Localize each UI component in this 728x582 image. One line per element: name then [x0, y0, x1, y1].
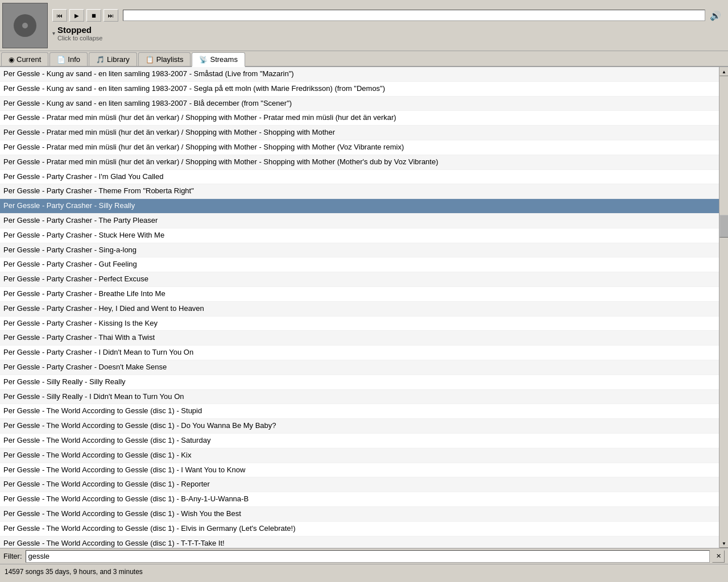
- song-row[interactable]: Per Gessle - Kung av sand - en liten sam…: [0, 97, 719, 111]
- song-row[interactable]: Per Gessle - The World According to Gess…: [0, 522, 719, 537]
- filter-label: Filter:: [3, 552, 22, 560]
- song-list[interactable]: Per Gessle - Kung av sand - en liten sam…: [0, 67, 719, 548]
- status-bar: 14597 songs 35 days, 9 hours, and 3 minu…: [0, 564, 728, 579]
- song-row[interactable]: Per Gessle - The World According to Gess…: [0, 404, 719, 419]
- volume-icon[interactable]: 🔊: [710, 10, 721, 21]
- status-sub: Click to collapse: [57, 35, 102, 41]
- stop-button[interactable]: ⏹: [86, 9, 101, 22]
- status-bar-text: 14597 songs 35 days, 9 hours, and 3 minu…: [5, 568, 143, 576]
- tab-streams[interactable]: 📡 Streams: [192, 52, 245, 67]
- song-row[interactable]: Per Gessle - The World According to Gess…: [0, 477, 719, 492]
- tab-library[interactable]: 🎵 Library: [89, 52, 137, 66]
- status-area: ▾StoppedClick to collapse: [52, 25, 721, 41]
- song-row[interactable]: Per Gessle - The World According to Gess…: [0, 492, 719, 507]
- song-row[interactable]: Per Gessle - Pratar med min müsli (hur d…: [0, 155, 719, 170]
- song-row[interactable]: Per Gessle - Silly Really - Silly Really: [0, 375, 719, 390]
- song-row[interactable]: Per Gessle - Kung av sand - en liten sam…: [0, 67, 719, 82]
- player-bar: ⏮ ▶ ⏹ ⏭ 🔊 ▾StoppedClick to collapse: [0, 0, 728, 51]
- playlists-tab-icon: 📋: [146, 56, 154, 64]
- song-row[interactable]: Per Gessle - Pratar med min müsli (hur d…: [0, 111, 719, 126]
- song-row[interactable]: Per Gessle - Party Crasher - Perfect Exc…: [0, 272, 719, 287]
- tab-playlists[interactable]: 📋 Playlists: [138, 52, 191, 66]
- main-content: Per Gessle - Kung av sand - en liten sam…: [0, 67, 728, 579]
- song-row[interactable]: Per Gessle - Party Crasher - Breathe Lif…: [0, 287, 719, 302]
- album-art-disc: [14, 14, 36, 37]
- song-row[interactable]: Per Gessle - Silly Really - I Didn't Mea…: [0, 390, 719, 405]
- scroll-up-button[interactable]: ▲: [719, 67, 728, 76]
- song-row[interactable]: Per Gessle - The World According to Gess…: [0, 419, 719, 434]
- transport-bar: ⏮ ▶ ⏹ ⏭ 🔊: [52, 9, 721, 22]
- tab-info[interactable]: 📄 Info: [49, 52, 88, 66]
- filter-input[interactable]: [26, 550, 710, 563]
- song-row[interactable]: Per Gessle - Party Crasher - The Party P…: [0, 214, 719, 228]
- song-row[interactable]: Per Gessle - Party Crasher - I Didn't Me…: [0, 346, 719, 360]
- song-row[interactable]: Per Gessle - The World According to Gess…: [0, 537, 719, 548]
- play-button[interactable]: ▶: [69, 9, 84, 22]
- filter-clear-button[interactable]: ✕: [712, 550, 725, 563]
- album-art: [2, 3, 48, 48]
- song-row[interactable]: Per Gessle - Party Crasher - Doesn't Mak…: [0, 360, 719, 375]
- song-row[interactable]: Per Gessle - The World According to Gess…: [0, 507, 719, 522]
- tab-current[interactable]: ◉ Current: [1, 52, 48, 66]
- song-row[interactable]: Per Gessle - Pratar med min müsli (hur d…: [0, 126, 719, 140]
- song-row[interactable]: Per Gessle - Party Crasher - Stuck Here …: [0, 228, 719, 243]
- prev-button[interactable]: ⏮: [52, 9, 67, 22]
- song-row[interactable]: Per Gessle - Party Crasher - Theme From …: [0, 184, 719, 199]
- song-row[interactable]: Per Gessle - The World According to Gess…: [0, 434, 719, 448]
- status-text: Stopped: [57, 25, 92, 35]
- tab-library-label: Library: [107, 55, 130, 64]
- song-row[interactable]: Per Gessle - Party Crasher - Gut Feeling: [0, 257, 719, 272]
- song-row[interactable]: Per Gessle - Party Crasher - I'm Glad Yo…: [0, 170, 719, 185]
- song-row[interactable]: Per Gessle - Kung av sand - en liten sam…: [0, 82, 719, 97]
- info-tab-icon: 📄: [57, 56, 65, 64]
- song-row[interactable]: Per Gessle - Party Crasher - Sing-a-long: [0, 243, 719, 258]
- seek-bar[interactable]: [123, 10, 705, 21]
- scrollbar: ▲ ▼: [719, 67, 728, 548]
- song-row[interactable]: Per Gessle - Party Crasher - Silly Reall…: [0, 199, 719, 214]
- streams-tab-icon: 📡: [199, 56, 208, 64]
- tabs-bar: ◉ Current 📄 Info 🎵 Library 📋 Playlists 📡…: [0, 51, 728, 67]
- tab-info-label: Info: [68, 55, 80, 64]
- tab-streams-label: Streams: [210, 55, 237, 64]
- song-row[interactable]: Per Gessle - Party Crasher - Thai With a…: [0, 331, 719, 346]
- scroll-thumb[interactable]: [719, 215, 728, 238]
- song-list-container: Per Gessle - Kung av sand - en liten sam…: [0, 67, 728, 548]
- next-button[interactable]: ⏭: [104, 9, 118, 22]
- song-row[interactable]: Per Gessle - Party Crasher - Kissing Is …: [0, 317, 719, 331]
- song-row[interactable]: Per Gessle - The World According to Gess…: [0, 463, 719, 478]
- scroll-down-button[interactable]: ▼: [719, 539, 728, 548]
- song-row[interactable]: Per Gessle - The World According to Gess…: [0, 448, 719, 463]
- dropdown-arrow[interactable]: ▾: [52, 30, 55, 36]
- tab-playlists-label: Playlists: [156, 55, 184, 64]
- tab-current-label: Current: [16, 55, 41, 64]
- song-row[interactable]: Per Gessle - Party Crasher - Hey, I Died…: [0, 302, 719, 317]
- current-tab-icon: ◉: [9, 56, 14, 64]
- scroll-track[interactable]: [719, 76, 728, 539]
- filter-bar: Filter: ✕: [0, 548, 728, 564]
- song-row[interactable]: Per Gessle - Pratar med min müsli (hur d…: [0, 140, 719, 155]
- library-tab-icon: 🎵: [96, 56, 105, 64]
- player-controls: ⏮ ▶ ⏹ ⏭ 🔊 ▾StoppedClick to collapse: [48, 9, 726, 41]
